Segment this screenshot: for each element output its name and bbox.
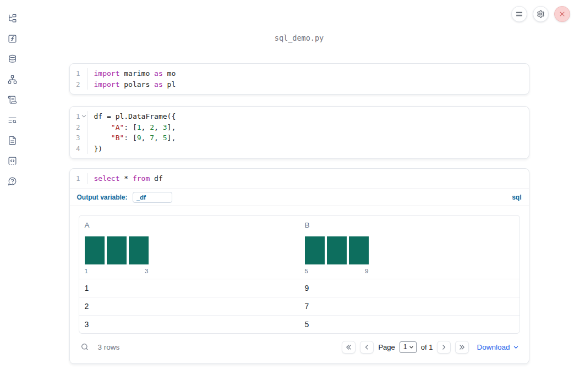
histogram-axis-labels: 59 — [305, 268, 369, 274]
table-footer: 3 rows Page — [79, 337, 520, 357]
histogram-max-label: 3 — [145, 268, 148, 274]
code-cell-dataframe: 1df = pl.DataFrame({2 "A": [1, 2, 3],3 "… — [69, 106, 529, 159]
sidebar-item-documentation[interactable] — [7, 135, 18, 145]
chevron-left-icon — [363, 344, 370, 351]
sidebar-item-logs[interactable] — [7, 95, 18, 104]
list-search-icon — [8, 115, 17, 125]
menu-icon — [515, 10, 523, 18]
page-select[interactable]: 1 — [400, 341, 417, 353]
code-snippet-icon — [8, 156, 17, 165]
table-cell: 2 — [79, 297, 299, 315]
table-row[interactable]: 19 — [79, 279, 520, 297]
code-line[interactable]: 2 "A": [1, 2, 3], — [70, 122, 529, 133]
helper-sidebar — [0, 0, 24, 392]
sql-output: A13B59 192735 3 rows — [70, 206, 529, 364]
page-label: Page — [378, 343, 395, 351]
close-icon — [558, 10, 566, 18]
sql-editor[interactable]: 1select * from df — [70, 169, 529, 189]
dataframe-table: A13B59 192735 — [79, 215, 520, 334]
chevrons-left-icon — [345, 344, 352, 351]
histogram-bar — [129, 236, 149, 264]
table-cell: 1 — [79, 279, 299, 297]
sidebar-item-outline-search[interactable] — [7, 115, 18, 125]
sidebar-item-snippets[interactable] — [7, 156, 18, 165]
table-cell: 3 — [79, 316, 299, 333]
line-number-gutter: 1 — [70, 68, 88, 79]
histogram-bar — [327, 236, 347, 264]
line-number-gutter: 1 — [70, 111, 88, 122]
table-row[interactable]: 35 — [79, 315, 520, 333]
network-icon — [8, 75, 17, 84]
table-cell: 7 — [299, 297, 520, 315]
output-variable-label: Output variable: — [77, 194, 128, 201]
select-caret-icon — [409, 345, 414, 350]
database-icon — [8, 54, 17, 64]
table-cell: 5 — [299, 316, 520, 333]
document-icon — [8, 136, 17, 145]
table-column-header[interactable]: A13 — [79, 216, 299, 279]
table-header: A13B59 — [79, 216, 520, 279]
search-icon — [80, 343, 89, 351]
code-editor[interactable]: 1df = pl.DataFrame({2 "A": [1, 2, 3],3 "… — [70, 107, 529, 158]
previous-page-button[interactable] — [360, 341, 374, 354]
column-histogram — [305, 236, 369, 264]
notebook-filename[interactable]: sql_demo.py — [69, 34, 529, 42]
settings-button[interactable] — [533, 6, 549, 22]
language-badge[interactable]: sql — [512, 194, 521, 201]
function-square-icon — [8, 34, 17, 43]
sql-cell: 1select * from df Output variable: sql A… — [69, 168, 529, 364]
notebook-area: sql_demo.py 1import marimo as mo2import … — [24, 0, 574, 364]
topbar — [511, 6, 570, 22]
output-variable-input[interactable] — [133, 192, 172, 203]
chevrons-right-icon — [458, 344, 466, 351]
sidebar-item-help[interactable] — [7, 176, 18, 186]
sidebar-item-datasources[interactable] — [7, 54, 18, 64]
sql-editor-footer: Output variable: sql — [70, 189, 529, 206]
table-row[interactable]: 27 — [79, 297, 520, 315]
sidebar-item-dependencies[interactable] — [7, 74, 18, 84]
column-name: B — [305, 221, 514, 229]
pagination: Page 1 of 1 — [342, 341, 469, 354]
column-name: A — [85, 221, 294, 229]
shutdown-button[interactable] — [554, 6, 570, 22]
next-page-button[interactable] — [437, 341, 451, 354]
histogram-min-label: 1 — [85, 268, 88, 274]
sidebar-item-file-explorer[interactable] — [7, 13, 18, 23]
code-line[interactable]: 3 "B": [9, 7, 5], — [70, 132, 529, 143]
code-line[interactable]: 4}) — [70, 143, 529, 154]
sidebar-item-variables[interactable] — [7, 34, 18, 43]
histogram-bar — [305, 236, 325, 264]
code-line[interactable]: 1select * from df — [70, 173, 529, 184]
line-number-gutter: 1 — [70, 173, 88, 184]
notebook-menu-button[interactable] — [511, 6, 527, 22]
row-count: 3 rows — [98, 343, 120, 351]
histogram-axis-labels: 13 — [85, 268, 149, 274]
help-bubble-icon — [8, 176, 17, 186]
code-line[interactable]: 1import marimo as mo — [70, 68, 529, 79]
line-number-gutter: 2 — [70, 79, 88, 90]
histogram-max-label: 9 — [365, 268, 368, 274]
file-tree-icon — [8, 14, 17, 23]
first-page-button[interactable] — [342, 341, 356, 354]
histogram-bar — [349, 236, 369, 264]
line-number-gutter: 3 — [70, 132, 88, 143]
fold-caret-icon[interactable] — [81, 114, 86, 119]
table-column-header[interactable]: B59 — [299, 216, 520, 279]
download-button[interactable]: Download — [477, 343, 518, 351]
page-select-value: 1 — [403, 343, 407, 351]
code-editor[interactable]: 1import marimo as mo2import polars as pl — [70, 64, 529, 94]
table-search-button[interactable] — [80, 342, 90, 352]
table-cell: 9 — [299, 279, 520, 297]
column-histogram — [85, 236, 149, 264]
last-page-button[interactable] — [455, 341, 469, 354]
page-of-label: of 1 — [421, 343, 433, 351]
download-label: Download — [477, 343, 510, 351]
scroll-icon — [8, 95, 17, 104]
chevron-right-icon — [440, 344, 447, 351]
code-line[interactable]: 2import polars as pl — [70, 79, 529, 90]
line-number-gutter: 2 — [70, 122, 88, 133]
code-line[interactable]: 1df = pl.DataFrame({ — [70, 111, 529, 122]
code-cell-imports: 1import marimo as mo2import polars as pl — [69, 63, 529, 95]
gear-icon — [537, 10, 545, 18]
table-body: 192735 — [79, 279, 520, 334]
